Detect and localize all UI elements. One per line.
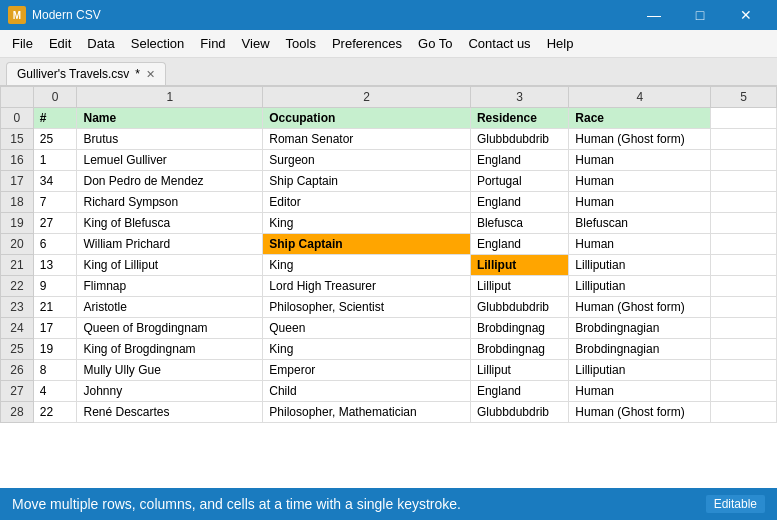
menu-find[interactable]: Find	[192, 32, 233, 55]
cell-race[interactable]: Race	[569, 108, 711, 129]
cell-occupation[interactable]: King	[263, 339, 471, 360]
col-header-1[interactable]: 1	[77, 87, 263, 108]
cell-residence[interactable]: England	[470, 381, 568, 402]
cell-residence[interactable]: Glubbdubdrib	[470, 129, 568, 150]
menu-edit[interactable]: Edit	[41, 32, 79, 55]
table-row[interactable]: 2321AristotlePhilosopher, ScientistGlubb…	[1, 297, 777, 318]
cell-num[interactable]: 13	[33, 255, 77, 276]
cell-race[interactable]: Human	[569, 192, 711, 213]
cell-residence[interactable]: England	[470, 192, 568, 213]
table-row[interactable]: 0#NameOccupationResidenceRace	[1, 108, 777, 129]
cell-name[interactable]: Mully Ully Gue	[77, 360, 263, 381]
cell-occupation[interactable]: Philosopher, Scientist	[263, 297, 471, 318]
cell-race[interactable]: Lilliputian	[569, 360, 711, 381]
col-header-2[interactable]: 2	[263, 87, 471, 108]
cell-residence[interactable]: Glubbdubdrib	[470, 402, 568, 423]
cell-race[interactable]: Human	[569, 234, 711, 255]
cell-occupation[interactable]: Occupation	[263, 108, 471, 129]
cell-num[interactable]: 19	[33, 339, 77, 360]
cell-name[interactable]: Johnny	[77, 381, 263, 402]
cell-num[interactable]: 1	[33, 150, 77, 171]
menu-help[interactable]: Help	[539, 32, 582, 55]
cell-occupation[interactable]: Ship Captain	[263, 234, 471, 255]
cell-num[interactable]: 17	[33, 318, 77, 339]
cell-occupation[interactable]: Queen	[263, 318, 471, 339]
table-row[interactable]: 2822René DescartesPhilosopher, Mathemati…	[1, 402, 777, 423]
cell-residence[interactable]: Lilliput	[470, 255, 568, 276]
cell-num[interactable]: 34	[33, 171, 77, 192]
col-header-3[interactable]: 3	[470, 87, 568, 108]
cell-occupation[interactable]: Emperor	[263, 360, 471, 381]
cell-num[interactable]: 22	[33, 402, 77, 423]
cell-race[interactable]: Human	[569, 381, 711, 402]
cell-name[interactable]: Richard Sympson	[77, 192, 263, 213]
menu-file[interactable]: File	[4, 32, 41, 55]
cell-name[interactable]: Aristotle	[77, 297, 263, 318]
col-header-5[interactable]: 5	[711, 87, 777, 108]
cell-name[interactable]: Flimnap	[77, 276, 263, 297]
cell-num[interactable]: 6	[33, 234, 77, 255]
cell-residence[interactable]: Blefusca	[470, 213, 568, 234]
table-row[interactable]: 161Lemuel GulliverSurgeonEnglandHuman	[1, 150, 777, 171]
file-tab[interactable]: Gulliver's Travels.csv * ✕	[6, 62, 166, 85]
menu-tools[interactable]: Tools	[278, 32, 324, 55]
col-header-4[interactable]: 4	[569, 87, 711, 108]
cell-occupation[interactable]: Lord High Treasurer	[263, 276, 471, 297]
cell-name[interactable]: King of Blefusca	[77, 213, 263, 234]
menu-view[interactable]: View	[234, 32, 278, 55]
table-row[interactable]: 187Richard SympsonEditorEnglandHuman	[1, 192, 777, 213]
cell-residence[interactable]: Glubbdubdrib	[470, 297, 568, 318]
cell-race[interactable]: Human (Ghost form)	[569, 297, 711, 318]
cell-name[interactable]: Lemuel Gulliver	[77, 150, 263, 171]
cell-occupation[interactable]: Surgeon	[263, 150, 471, 171]
cell-race[interactable]: Blefuscan	[569, 213, 711, 234]
menu-contact[interactable]: Contact us	[460, 32, 538, 55]
cell-residence[interactable]: Portugal	[470, 171, 568, 192]
cell-num[interactable]: 8	[33, 360, 77, 381]
table-row[interactable]: 2417Queen of BrogdingnamQueenBrobdingnag…	[1, 318, 777, 339]
cell-occupation[interactable]: Ship Captain	[263, 171, 471, 192]
table-row[interactable]: 1525BrutusRoman SenatorGlubbdubdribHuman…	[1, 129, 777, 150]
cell-name[interactable]: King of Lilliput	[77, 255, 263, 276]
cell-num[interactable]: 27	[33, 213, 77, 234]
table-row[interactable]: 274JohnnyChildEnglandHuman	[1, 381, 777, 402]
cell-race[interactable]: Brobdingnagian	[569, 339, 711, 360]
cell-num[interactable]: 9	[33, 276, 77, 297]
cell-num[interactable]: 21	[33, 297, 77, 318]
cell-occupation[interactable]: Philosopher, Mathematician	[263, 402, 471, 423]
cell-num[interactable]: 7	[33, 192, 77, 213]
close-button[interactable]: ✕	[723, 0, 769, 30]
cell-occupation[interactable]: Editor	[263, 192, 471, 213]
cell-num[interactable]: 25	[33, 129, 77, 150]
cell-residence[interactable]: England	[470, 234, 568, 255]
table-row[interactable]: 268Mully Ully GueEmperorLilliputLilliput…	[1, 360, 777, 381]
tab-close-icon[interactable]: ✕	[146, 68, 155, 81]
menu-selection[interactable]: Selection	[123, 32, 192, 55]
cell-race[interactable]: Human (Ghost form)	[569, 402, 711, 423]
cell-occupation[interactable]: King	[263, 255, 471, 276]
menu-goto[interactable]: Go To	[410, 32, 460, 55]
cell-num[interactable]: #	[33, 108, 77, 129]
cell-residence[interactable]: Brobdingnag	[470, 318, 568, 339]
cell-residence[interactable]: England	[470, 150, 568, 171]
cell-name[interactable]: William Prichard	[77, 234, 263, 255]
cell-race[interactable]: Lilliputian	[569, 255, 711, 276]
table-row[interactable]: 1927King of BlefuscaKingBlefuscaBlefusca…	[1, 213, 777, 234]
cell-name[interactable]: King of Brogdingnam	[77, 339, 263, 360]
col-header-0[interactable]: 0	[33, 87, 77, 108]
cell-residence[interactable]: Residence	[470, 108, 568, 129]
table-row[interactable]: 206William PrichardShip CaptainEnglandHu…	[1, 234, 777, 255]
menu-data[interactable]: Data	[79, 32, 122, 55]
table-row[interactable]: 1734Don Pedro de MendezShip CaptainPortu…	[1, 171, 777, 192]
cell-occupation[interactable]: Child	[263, 381, 471, 402]
cell-race[interactable]: Lilliputian	[569, 276, 711, 297]
cell-race[interactable]: Human	[569, 150, 711, 171]
table-row[interactable]: 2113King of LilliputKingLilliputLilliput…	[1, 255, 777, 276]
cell-occupation[interactable]: King	[263, 213, 471, 234]
table-row[interactable]: 229FlimnapLord High TreasurerLilliputLil…	[1, 276, 777, 297]
cell-race[interactable]: Brobdingnagian	[569, 318, 711, 339]
cell-residence[interactable]: Lilliput	[470, 276, 568, 297]
maximize-button[interactable]: □	[677, 0, 723, 30]
minimize-button[interactable]: —	[631, 0, 677, 30]
cell-race[interactable]: Human (Ghost form)	[569, 129, 711, 150]
